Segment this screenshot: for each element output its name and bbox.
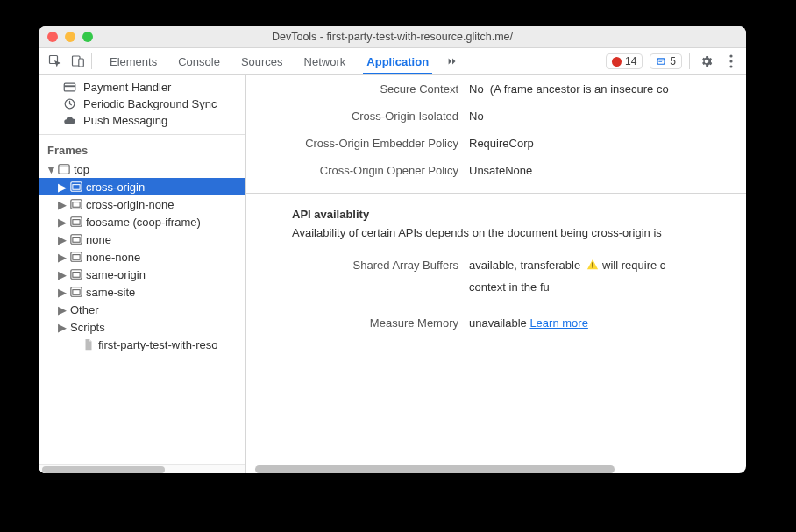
frames-tree-resource[interactable]: first-party-test-with-reso (39, 336, 245, 353)
window-close-button[interactable] (47, 32, 58, 42)
svg-rect-29 (593, 262, 593, 266)
disclosure-triangle-icon[interactable]: ▼ (46, 163, 54, 176)
tab-more[interactable] (439, 48, 466, 74)
svg-rect-5 (659, 60, 664, 61)
window-maximize-button[interactable] (82, 32, 93, 42)
sidebar-item-label: Periodic Background Sync (83, 97, 217, 110)
content-horizontal-scrollbar[interactable] (246, 463, 746, 473)
svg-rect-13 (59, 165, 69, 174)
svg-rect-18 (73, 202, 80, 208)
toolbar-divider (689, 53, 690, 69)
issues-badge[interactable]: 5 (650, 53, 682, 69)
window-title: DevTools - first-party-test-with-resourc… (39, 31, 746, 43)
window-minimize-button[interactable] (65, 32, 75, 42)
scrollbar-thumb[interactable] (42, 466, 165, 473)
toggle-device-toolbar-button[interactable] (67, 49, 89, 74)
tab-application[interactable]: Application (356, 48, 439, 74)
sidebar-section-frames-header: Frames (39, 134, 245, 160)
frames-tree: ▼ top ▶ cross-origin ▶ cross-origin-none (39, 160, 245, 464)
frames-tree-item[interactable]: ▶ none-none (39, 248, 245, 266)
row-sab-warning-continued: context in the fu (246, 279, 746, 301)
issues-count: 5 (670, 55, 676, 67)
tab-label: Sources (241, 55, 283, 68)
sidebar-item-push-messaging[interactable]: Push Messaging (39, 112, 245, 129)
row-secure-context: Secure Context No (A frame ancestor is a… (246, 75, 746, 103)
frames-tree-item-other[interactable]: ▶ Other (39, 301, 245, 318)
row-label: Cross-Origin Embedder Policy (246, 137, 469, 150)
frames-tree-item[interactable]: ▶ same-site (39, 283, 245, 301)
tree-label: Other (70, 303, 99, 316)
tree-label: same-site (86, 286, 135, 299)
tree-label: cross-origin-none (86, 198, 174, 211)
svg-rect-10 (64, 83, 75, 91)
row-value: unavailable Learn more (469, 316, 746, 330)
disclosure-triangle-icon[interactable]: ▶ (58, 286, 67, 299)
measure-memory-value: unavailable (469, 316, 529, 330)
svg-rect-30 (593, 266, 593, 267)
row-label: Cross-Origin Isolated (246, 110, 469, 123)
sab-warning-line1: will require c (602, 259, 665, 272)
tree-label: top (74, 163, 89, 176)
tree-label: cross-origin (86, 181, 145, 194)
kebab-menu-button[interactable] (723, 49, 739, 74)
row-measure-memory: Measure Memory unavailable Learn more (246, 301, 746, 337)
iframe-icon (70, 268, 82, 280)
row-value: No (A frame ancestor is an insecure co (469, 82, 746, 96)
tree-label: foosame (coop-iframe) (86, 216, 201, 229)
frames-tree-item[interactable]: ▶ same-origin (39, 266, 245, 283)
frames-tree-item-scripts[interactable]: ▶ Scripts (39, 318, 245, 336)
tab-network[interactable]: Network (294, 48, 357, 74)
tab-sources[interactable]: Sources (231, 48, 294, 74)
sidebar: Payment Handler Periodic Background Sync… (39, 75, 246, 473)
sidebar-item-payment-handler[interactable]: Payment Handler (39, 79, 245, 96)
disclosure-triangle-icon[interactable]: ▶ (58, 216, 67, 229)
tab-label: Network (304, 55, 346, 68)
frames-tree-item[interactable]: ▶ foosame (coop-iframe) (39, 213, 245, 231)
svg-point-7 (729, 54, 732, 57)
sidebar-section-background: Payment Handler Periodic Background Sync… (39, 75, 245, 134)
disclosure-triangle-icon[interactable]: ▶ (58, 198, 67, 211)
sidebar-horizontal-scrollbar[interactable] (39, 464, 245, 473)
tab-console[interactable]: Console (167, 48, 231, 74)
more-vertical-icon (729, 54, 733, 68)
svg-rect-22 (73, 238, 80, 243)
frames-tree-item-cross-origin[interactable]: ▶ cross-origin (39, 178, 245, 195)
window-controls (47, 32, 93, 42)
frames-tree-item[interactable]: ▶ cross-origin-none (39, 195, 245, 213)
iframe-icon (70, 216, 82, 228)
svg-rect-24 (73, 255, 80, 260)
row-label: Shared Array Buffers (246, 259, 469, 272)
frame-detail-panel: Secure Context No (A frame ancestor is a… (246, 75, 746, 473)
api-availability-heading: API availablity (246, 194, 746, 226)
svg-point-9 (729, 65, 732, 67)
disclosure-triangle-icon[interactable]: ▶ (58, 233, 67, 246)
frames-tree-top[interactable]: ▼ top (39, 160, 245, 178)
disclosure-triangle-icon[interactable]: ▶ (58, 268, 67, 281)
disclosure-triangle-icon[interactable]: ▶ (58, 303, 67, 316)
error-icon (612, 57, 622, 67)
sab-warning-line2: context in the fu (469, 280, 746, 294)
inspect-element-button[interactable] (44, 49, 67, 74)
cursor-icon (48, 54, 62, 68)
errors-badge[interactable]: 14 (606, 53, 643, 69)
tab-label: Elements (110, 55, 157, 68)
row-value: UnsafeNone (469, 164, 746, 177)
row-label: Measure Memory (246, 316, 469, 330)
disclosure-triangle-icon[interactable]: ▶ (58, 321, 67, 334)
tree-label: Scripts (70, 321, 105, 334)
tab-elements[interactable]: Elements (99, 48, 167, 74)
scrollbar-thumb[interactable] (255, 465, 615, 473)
disclosure-triangle-icon[interactable]: ▶ (58, 251, 67, 264)
frames-tree-item[interactable]: ▶ none (39, 231, 245, 248)
learn-more-link[interactable]: Learn more (529, 316, 587, 330)
devtools-toolbar: Elements Console Sources Network Applica… (39, 48, 746, 75)
window-icon (58, 163, 70, 175)
iframe-icon (70, 286, 82, 298)
sidebar-item-label: Payment Handler (83, 81, 171, 94)
row-shared-array-buffers: Shared Array Buffers available, transfer… (246, 246, 746, 279)
settings-button[interactable] (697, 49, 716, 74)
disclosure-triangle-icon[interactable]: ▶ (58, 181, 67, 194)
credit-card-icon (63, 81, 76, 94)
sidebar-item-periodic-background-sync[interactable]: Periodic Background Sync (39, 96, 245, 112)
row-value: No (469, 110, 746, 123)
